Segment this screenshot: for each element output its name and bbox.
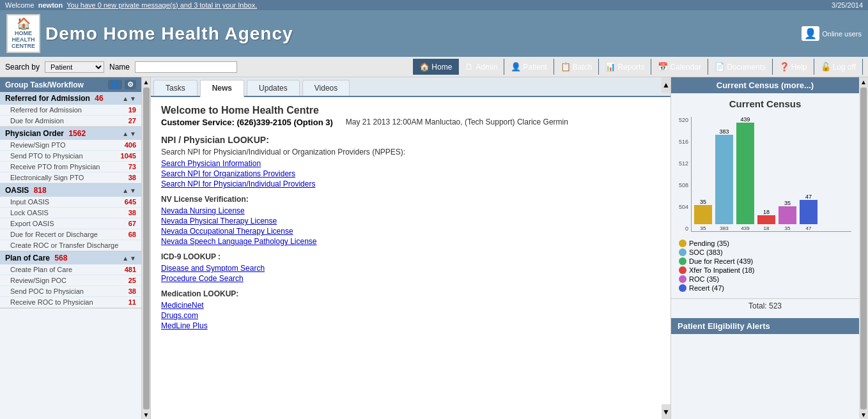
link-search-npi-individual[interactable]: Search NPI for Physician/Individual Prov… [161,179,660,188]
bar-pending: 35 35 [694,116,712,231]
chart-container: 520 516 512 508 504 0 35 35 [671,112,859,237]
icd-heading: ICD-9 LOOKUP : [161,252,660,261]
list-item: Receive ROC to Physician 11 [0,297,141,308]
tab-scroll-up[interactable]: ▲ [662,77,670,93]
collapse-physician[interactable]: ▲ [122,130,128,137]
list-item: Review/Sign PTO 406 [0,140,141,151]
bar-xfer: 18 18 [757,116,775,231]
sidebar-scroll-thumb [143,88,150,409]
collapse-referred[interactable]: ▲ [122,95,128,102]
batch-icon: 📋 [561,62,571,72]
link-nevada-ot[interactable]: Nevada Occupational Therapy License [161,227,660,236]
sidebar-scroll-up[interactable]: ▲ [143,79,150,86]
scroll-planofcare[interactable]: ▼ [130,255,136,262]
chart-bars: 35 35 383 383 439 439 [691,117,851,232]
inbox-link[interactable]: You have 0 new private message(s) and 3 … [66,1,257,9]
nav-reports[interactable]: 📊 Reports [599,59,651,75]
sidebar-section-referred-header[interactable]: Referred for Admission 46 ▲ ▼ [0,92,141,105]
patient-icon: 👤 [511,62,521,72]
search-by-select[interactable]: Patient Organization Physician [45,61,104,73]
tab-updates[interactable]: Updates [247,80,300,96]
link-disease-symptom[interactable]: Disease and Symptom Search [161,264,660,273]
nv-license-heading: NV License Verification: [161,195,660,204]
link-search-npi-org[interactable]: Search NPI for Organizations Providers [161,169,660,178]
tab-tasks[interactable]: Tasks [153,80,198,96]
nav-calendar[interactable]: 📅 Calendar [651,59,708,75]
welcome-title: Welcome to Home Health Centre [161,105,660,116]
link-nevada-nursing[interactable]: Nevada Nursing License [161,206,660,215]
right-scroll-thumb [860,88,867,409]
link-medicinenet[interactable]: MedicineNet [161,301,660,310]
sidebar-icon-gear[interactable]: ⚙ [125,80,136,89]
legend-soc: SOC (383) [679,248,851,256]
help-icon: ❓ [779,62,789,72]
legend-xfer: Xfer To Inpatient (18) [679,266,851,274]
eligibility-header: Patient Eligibility Alerts [671,318,859,334]
collapse-planofcare[interactable]: ▲ [122,255,128,262]
nav-bar: 🏠 Home 🗋 Admin 👤 Patient 📋 Batch 📊 Repor… [413,59,863,75]
list-item: Export OASIS 67 [0,218,141,229]
collapse-oasis[interactable]: ▲ [122,187,128,194]
page-title: Demo Home Health Agency [45,24,293,44]
link-nevada-pt[interactable]: Nevada Physical Therapy License [161,217,660,225]
sidebar: Group Task/Workflow 👤 ⚙ Referred for Adm… [0,77,142,419]
link-drugs[interactable]: Drugs.com [161,311,660,320]
sidebar-section-planofcare-header[interactable]: Plan of Care 568 ▲ ▼ [0,252,141,264]
legend-pending: Pending (35) [679,240,851,247]
list-item: Review/Sign POC 25 [0,275,141,286]
census-header[interactable]: Current Census (more...) [671,77,859,93]
sidebar-icon-person[interactable]: 👤 [108,80,122,89]
scroll-oasis[interactable]: ▼ [130,187,136,194]
list-item: Create Plan of Care 481 [0,264,141,275]
online-users: 👤 Online users [802,26,862,41]
npi-heading: NPI / Physician LOOKUP: [161,135,660,145]
logo-area: 🏠 HOME HEALTH CENTRE Demo Home Health Ag… [6,14,293,53]
link-search-physician[interactable]: Search Physician Information [161,159,660,168]
search-bar: Search by Patient Organization Physician… [0,57,868,77]
main: Group Task/Workflow 👤 ⚙ Referred for Adm… [0,77,868,419]
link-procedure-code[interactable]: Procedure Code Search [161,274,660,283]
scroll-referred[interactable]: ▼ [130,95,136,102]
nav-home[interactable]: 🏠 Home [413,59,459,75]
scroll-physician[interactable]: ▼ [130,130,136,137]
list-item: Create ROC or Transfer Discharge [0,240,141,251]
link-medline[interactable]: MedLine Plus [161,321,660,330]
calendar-icon: 📅 [658,62,668,72]
home-icon: 🏠 [419,62,430,72]
nav-help[interactable]: ❓ Help [773,59,814,75]
documents-icon: 📄 [715,62,725,72]
nav-logoff[interactable]: 🔓 Log off [814,59,863,75]
bar-soc: 383 383 [715,116,733,231]
medication-heading: Medication LOOKUP: [161,289,660,298]
list-item: Input OASIS 645 [0,197,141,208]
sidebar-scroll-down[interactable]: ▼ [143,411,150,418]
legend-due-recert: Due for Recert (439) [679,257,851,265]
sidebar-header-label: Group Task/Workflow [5,80,84,89]
nav-documents[interactable]: 📄 Documents [708,59,773,75]
sidebar-section-physician: Physician Order 1562 ▲ ▼ Review/Sign PTO… [0,127,141,184]
nav-admin[interactable]: 🗋 Admin [459,59,504,75]
list-item: Due for Admision 27 [0,116,141,126]
legend-roc: ROC (35) [679,275,851,283]
census-total: Total: 523 [671,298,859,313]
search-input[interactable] [135,61,237,73]
logo: 🏠 HOME HEALTH CENTRE [6,14,40,53]
sidebar-section-physician-header[interactable]: Physician Order 1562 ▲ ▼ [0,127,141,140]
nav-batch[interactable]: 📋 Batch [554,59,600,75]
person-icon: 👤 [802,26,819,41]
right-scroll-up[interactable]: ▲ [860,79,867,86]
sidebar-section-oasis: OASIS 818 ▲ ▼ Input OASIS 645 Lock OASIS… [0,184,141,252]
sidebar-scrollbar: ▲ ▼ [142,77,151,419]
date-info: May 21 2013 12:00AM Manluctao, (Tech Sup… [346,118,568,127]
nav-patient[interactable]: 👤 Patient [504,59,554,75]
welcome-message: Welcome newton You have 0 new private me… [5,1,257,9]
sidebar-section-oasis-header[interactable]: OASIS 818 ▲ ▼ [0,184,141,197]
link-nevada-slp[interactable]: Nevada Speech Language Pathology License [161,237,660,246]
list-item: Electronically Sign PTO 38 [0,172,141,183]
tab-videos[interactable]: Videos [302,80,350,96]
tab-scroll-down[interactable]: ▼ [662,404,670,419]
sidebar-section-planofcare: Plan of Care 568 ▲ ▼ Create Plan of Care… [0,252,141,309]
sidebar-header: Group Task/Workflow 👤 ⚙ [0,77,141,92]
tab-news[interactable]: News [200,80,244,97]
right-scroll-down[interactable]: ▼ [860,411,867,418]
